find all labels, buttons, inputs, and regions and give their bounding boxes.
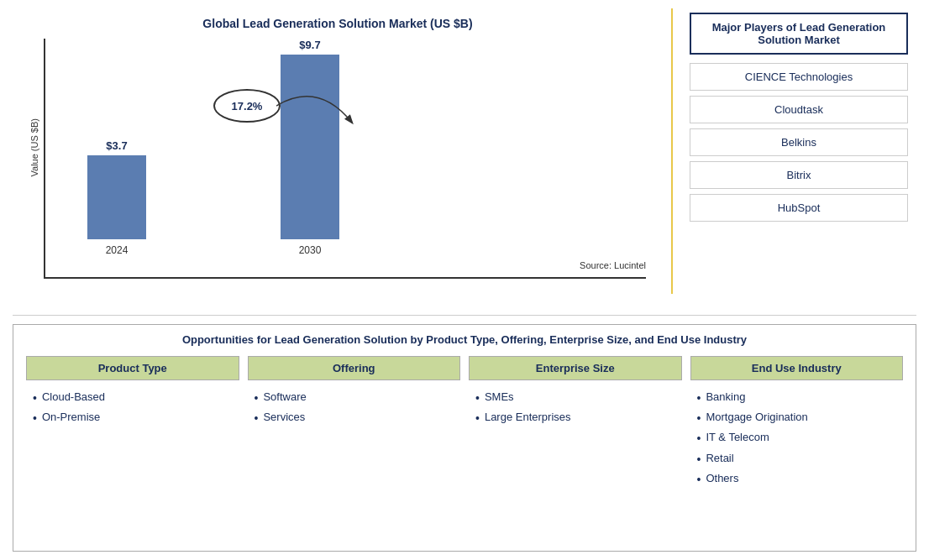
bullet-icon: • — [697, 390, 701, 406]
cagr-ellipse: 17.2% — [213, 89, 281, 123]
end-use-label-2: Mortgage Origination — [706, 411, 807, 423]
chart-title: Global Lead Generation Solution Market (… — [202, 17, 472, 30]
category-product-type: Product Type • Cloud-Based • On-Premise — [26, 356, 239, 495]
bullet-icon: • — [475, 390, 480, 406]
bullet-icon: • — [33, 411, 37, 426]
y-axis-label: Value (US $B) — [29, 118, 39, 177]
product-type-header: Product Type — [26, 356, 239, 380]
end-use-item-3: • IT & Telecom — [697, 431, 897, 446]
cagr-annotation: 17.2% — [213, 89, 281, 123]
offering-item-2: • Services — [255, 411, 454, 426]
enterprise-size-label-1: SMEs — [485, 390, 514, 403]
enterprise-size-header: Enterprise Size — [469, 356, 682, 380]
end-use-item-4: • Retail — [697, 452, 897, 467]
category-offering: Offering • Software • Services — [248, 356, 461, 495]
bar-year-2030: 2030 — [299, 244, 322, 256]
section-divider — [13, 315, 916, 316]
categories-row: Product Type • Cloud-Based • On-Premise … — [26, 356, 903, 495]
category-enterprise-size: Enterprise Size • SMEs • Large Enterpris… — [469, 356, 682, 495]
bullet-icon: • — [697, 472, 701, 487]
bullet-icon: • — [33, 390, 37, 406]
product-type-items: • Cloud-Based • On-Premise — [26, 387, 239, 434]
bullet-icon: • — [255, 411, 259, 426]
right-panel: Major Players of Lead Generation Solutio… — [681, 8, 916, 311]
bottom-title: Opportunities for Lead Generation Soluti… — [26, 333, 903, 346]
chart-area: Global Lead Generation Solution Market (… — [13, 8, 663, 311]
end-use-label-3: IT & Telecom — [706, 431, 769, 443]
bar-group-2024: $3.7 2024 — [87, 139, 146, 256]
offering-items: • Software • Services — [248, 387, 461, 434]
bar-2024 — [87, 155, 146, 239]
end-use-item-2: • Mortgage Origination — [697, 411, 897, 426]
cagr-arrow — [276, 81, 360, 131]
end-use-header: End Use Industry — [690, 356, 904, 380]
bullet-icon: • — [475, 411, 480, 426]
bar-year-2024: 2024 — [106, 244, 129, 256]
enterprise-size-item-1: • SMEs — [475, 390, 675, 406]
offering-label-1: Software — [263, 390, 306, 403]
end-use-label-4: Retail — [706, 452, 733, 464]
main-container: Global Lead Generation Solution Market (… — [0, 0, 929, 560]
bullet-icon: • — [255, 390, 259, 406]
enterprise-size-item-2: • Large Enterprises — [475, 411, 675, 426]
top-section: Global Lead Generation Solution Market (… — [13, 8, 916, 311]
bar-value-2024: $3.7 — [106, 139, 127, 152]
end-use-label-5: Others — [706, 472, 738, 484]
chart-content: $3.7 2024 17.2% — [44, 39, 646, 257]
end-use-item-1: • Banking — [697, 390, 897, 406]
end-use-label-1: Banking — [706, 390, 745, 403]
offering-label-2: Services — [263, 411, 305, 423]
player-bitrix: Bitrix — [690, 161, 908, 189]
player-cloudtask: Cloudtask — [690, 96, 908, 123]
chart-wrapper: Value (US $B) $3.7 2024 17.2% — [29, 39, 646, 257]
product-type-label-2: On-Premise — [42, 411, 100, 423]
enterprise-size-items: • SMEs • Large Enterprises — [469, 387, 682, 434]
end-use-items: • Banking • Mortgage Origination • IT & … — [690, 387, 904, 495]
category-end-use: End Use Industry • Banking • Mortgage Or… — [690, 356, 904, 495]
bullet-icon: • — [697, 411, 701, 426]
bar-value-2030: $9.7 — [299, 39, 320, 51]
bar-group-2030: $9.7 2030 — [281, 39, 339, 256]
player-hubspot: HubSpot — [690, 194, 908, 222]
enterprise-size-label-2: Large Enterprises — [485, 411, 571, 423]
bullet-icon: • — [697, 431, 701, 446]
product-type-item-1: • Cloud-Based — [33, 390, 233, 406]
product-type-item-2: • On-Premise — [33, 411, 233, 426]
bottom-section: Opportunities for Lead Generation Soluti… — [13, 324, 916, 552]
vertical-divider — [671, 8, 673, 294]
offering-item-1: • Software — [255, 390, 454, 406]
product-type-label-1: Cloud-Based — [42, 390, 105, 403]
major-players-title: Major Players of Lead Generation Solutio… — [690, 13, 908, 55]
bars-container: $3.7 2024 17.2% — [44, 39, 646, 279]
end-use-item-5: • Others — [697, 472, 897, 487]
offering-header: Offering — [248, 356, 461, 380]
player-cience: CIENCE Technologies — [690, 63, 908, 91]
player-belkins: Belkins — [690, 128, 908, 156]
bullet-icon: • — [697, 452, 701, 467]
